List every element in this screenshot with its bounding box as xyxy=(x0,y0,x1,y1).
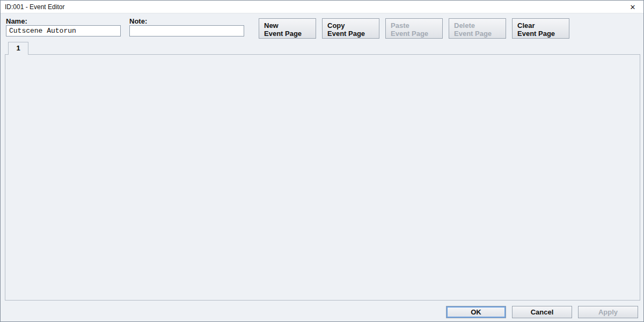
ok-button[interactable]: OK xyxy=(446,306,506,318)
name-label: Name: xyxy=(6,17,27,25)
name-input[interactable] xyxy=(6,25,121,36)
close-icon[interactable]: ✕ xyxy=(627,2,638,12)
delete-event-page-button: Delete Event Page xyxy=(449,18,506,39)
event-editor-dialog: ID:001 - Event Editor ✕ Name: Note: New … xyxy=(0,0,644,322)
tab-page-1[interactable]: 1 xyxy=(8,42,28,55)
paste-event-page-button: Paste Event Page xyxy=(385,18,443,39)
clear-event-page-button[interactable]: Clear Event Page xyxy=(512,18,569,39)
window-title: ID:001 - Event Editor xyxy=(5,3,64,11)
note-label: Note: xyxy=(129,17,147,25)
note-input[interactable] xyxy=(129,25,244,36)
title-bar: ID:001 - Event Editor ✕ xyxy=(1,1,643,13)
cancel-button[interactable]: Cancel xyxy=(512,306,572,318)
new-event-page-button[interactable]: New Event Page xyxy=(259,18,316,39)
apply-button: Apply xyxy=(578,306,638,318)
copy-event-page-button[interactable]: Copy Event Page xyxy=(322,18,379,39)
event-page-panel xyxy=(5,54,640,301)
